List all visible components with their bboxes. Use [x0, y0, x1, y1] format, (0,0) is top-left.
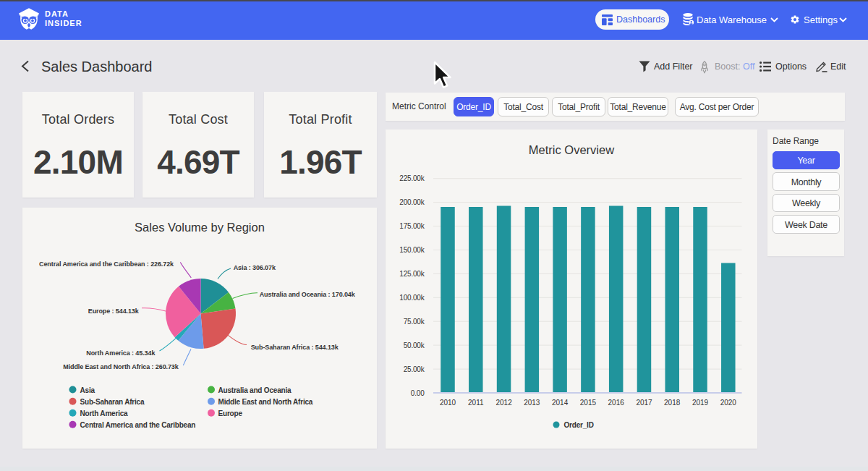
svg-text:Asia : 306.07k: Asia : 306.07k — [234, 264, 276, 271]
svg-text:2010: 2010 — [440, 399, 456, 407]
svg-text:2015: 2015 — [580, 399, 597, 407]
svg-text:100.00k: 100.00k — [399, 294, 425, 302]
svg-text:Middle East and North Africa :: Middle East and North Africa : 260.73k — [63, 363, 179, 370]
svg-text:50.00k: 50.00k — [404, 341, 425, 349]
svg-text:225.00k: 225.00k — [399, 174, 425, 182]
svg-text:2012: 2012 — [495, 399, 512, 407]
svg-text:Australia and Oceania : 170.04: Australia and Oceania : 170.04k — [260, 291, 356, 298]
svg-text:Australia and Oceania: Australia and Oceania — [218, 386, 292, 394]
svg-text:150.00k: 150.00k — [399, 246, 425, 254]
svg-text:Middle East and North Africa: Middle East and North Africa — [218, 398, 313, 406]
svg-text:Sub-Saharan Africa : 544.13k: Sub-Saharan Africa : 544.13k — [251, 344, 339, 351]
svg-text:2019: 2019 — [692, 399, 709, 407]
svg-text:2013: 2013 — [524, 399, 540, 407]
svg-text:200.00k: 200.00k — [399, 198, 425, 206]
svg-text:Europe: Europe — [218, 410, 243, 417]
svg-text:2014: 2014 — [552, 399, 569, 407]
svg-text:Europe : 544.13k: Europe : 544.13k — [88, 307, 140, 315]
svg-text:Sub-Saharan Africa: Sub-Saharan Africa — [80, 398, 145, 406]
svg-text:2017: 2017 — [636, 399, 652, 407]
svg-text:North America : 45.34k: North America : 45.34k — [86, 349, 156, 357]
svg-text:Central America and the Caribb: Central America and the Caribbean — [80, 421, 196, 429]
svg-text:Asia: Asia — [80, 386, 95, 394]
svg-text:125.00k: 125.00k — [399, 270, 425, 278]
svg-text:2016: 2016 — [608, 399, 625, 407]
svg-text:North America: North America — [80, 410, 129, 417]
svg-text:25.00k: 25.00k — [404, 365, 425, 373]
svg-text:Central America and the Caribb: Central America and the Caribbean : 226.… — [39, 260, 174, 268]
svg-text:75.00k: 75.00k — [404, 318, 425, 326]
svg-text:2018: 2018 — [664, 399, 681, 407]
svg-text:2020: 2020 — [720, 399, 737, 407]
svg-text:0.00: 0.00 — [411, 389, 425, 397]
svg-text:175.00k: 175.00k — [399, 222, 425, 230]
svg-text:Order_ID: Order_ID — [564, 421, 594, 429]
svg-text:2011: 2011 — [468, 399, 484, 407]
